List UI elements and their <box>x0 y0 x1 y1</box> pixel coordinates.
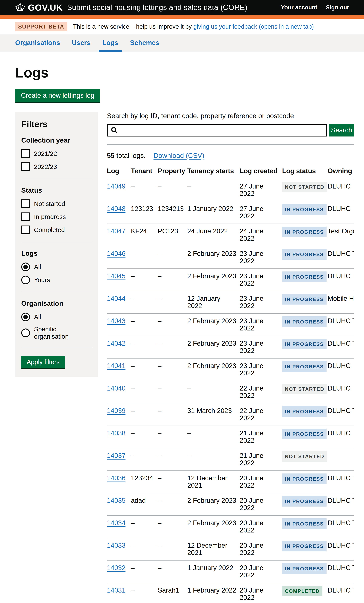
cell-log: 14032 <box>107 560 131 583</box>
cell-tenancy_starts: 12 December 2021 <box>187 471 240 493</box>
filter-groups: Collection year2021/222022/23StatusNot s… <box>21 136 93 348</box>
cell-owning-organisation: Mobile Housing <box>328 291 354 313</box>
apply-filters-button[interactable]: Apply filters <box>21 356 65 368</box>
total-logs-label: total logs. <box>115 152 146 159</box>
cell-log_created: 20 June 2022 <box>240 583 282 603</box>
log-link-14032[interactable]: 14032 <box>107 564 125 571</box>
create-lettings-log-button[interactable]: Create a new lettings log <box>15 89 100 102</box>
log-link-14039[interactable]: 14039 <box>107 407 125 414</box>
cell-property: Sarah1 <box>158 583 187 603</box>
search-input[interactable] <box>107 124 327 137</box>
filter-group-collection-year: Collection year2021/222022/23 <box>21 136 93 171</box>
cell-owning-organisation: DLUHC Test <box>328 515 354 538</box>
cell-status: IN PROGRESS <box>282 246 328 269</box>
log-link-14034[interactable]: 14034 <box>107 519 125 527</box>
checkbox-2021-22[interactable] <box>21 149 30 158</box>
cell-log_created: 23 June 2022 <box>240 291 282 313</box>
cell-property: – <box>158 448 187 471</box>
filter-divider <box>21 242 93 242</box>
log-link-14031[interactable]: 14031 <box>107 586 125 594</box>
filter-group-logs: LogsAllYours <box>21 249 93 284</box>
logs-table-container: LogTenantPropertyTenancy startsLog creat… <box>107 165 354 603</box>
cell-log_created: 20 June 2022 <box>240 515 282 538</box>
cell-log: 14037 <box>107 448 131 471</box>
download-csv-link[interactable]: Download (CSV) <box>153 152 204 160</box>
phase-banner-message: This is a new service – help us improve … <box>73 23 193 30</box>
tab-label-users[interactable]: Users <box>72 39 90 46</box>
cell-log_created: 20 June 2022 <box>240 471 282 493</box>
log-link-14037[interactable]: 14037 <box>107 452 125 459</box>
log-link-14038[interactable]: 14038 <box>107 429 125 437</box>
cell-log_created: 23 June 2022 <box>240 358 282 381</box>
tab-label-organisations[interactable]: Organisations <box>15 39 60 46</box>
log-link-14047[interactable]: 14047 <box>107 227 125 235</box>
column-header-log-status: Log status <box>282 165 328 179</box>
log-link-14035[interactable]: 14035 <box>107 497 125 504</box>
checkbox-completed[interactable] <box>21 226 30 234</box>
cell-owning-organisation: DLUHC Test <box>328 583 354 603</box>
your-account-link[interactable]: Your account <box>281 4 317 11</box>
cell-log_created: 27 June 2022 <box>240 201 282 224</box>
log-link-14046[interactable]: 14046 <box>107 250 125 257</box>
cell-property: – <box>158 426 187 448</box>
filters-panel: Filters Collection year2021/222022/23Sta… <box>15 112 98 377</box>
search-box <box>107 124 327 137</box>
log-link-14033[interactable]: 14033 <box>107 542 125 549</box>
status-badge: IN PROGRESS <box>282 406 327 417</box>
cell-log: 14039 <box>107 403 131 426</box>
column-header-property: Property <box>158 165 187 179</box>
cell-tenant: – <box>131 560 158 583</box>
log-link-14043[interactable]: 14043 <box>107 317 125 325</box>
log-link-14036[interactable]: 14036 <box>107 474 125 482</box>
checkbox-not-started[interactable] <box>21 199 30 208</box>
checkbox-2022-23[interactable] <box>21 162 30 171</box>
log-link-14049[interactable]: 14049 <box>107 183 125 190</box>
cell-status: IN PROGRESS <box>282 224 328 246</box>
log-link-14048[interactable]: 14048 <box>107 205 125 212</box>
status-badge: IN PROGRESS <box>282 227 327 237</box>
cell-tenancy_starts: 2 February 2023 <box>187 313 240 336</box>
cell-property: PC123 <box>158 224 187 246</box>
cell-status: IN PROGRESS <box>282 493 328 515</box>
log-link-14040[interactable]: 14040 <box>107 384 125 392</box>
cell-owning-organisation: DLUHC Test <box>328 493 354 515</box>
checkbox-in-progress[interactable] <box>21 212 30 221</box>
column-header-log-created: Log created <box>240 165 282 179</box>
table-row: 14033––12 December 202120 June 2022IN PR… <box>107 538 354 560</box>
radio-all[interactable] <box>21 263 30 271</box>
column-header-tenancy-starts: Tenancy starts <box>187 165 240 179</box>
cell-log: 14049 <box>107 179 131 201</box>
govuk-logo-text: GOV.UK <box>28 2 63 12</box>
cell-log: 14038 <box>107 426 131 448</box>
cell-property: – <box>158 313 187 336</box>
cell-log: 14047 <box>107 224 131 246</box>
log-link-14042[interactable]: 14042 <box>107 340 125 347</box>
tab-label-logs[interactable]: Logs <box>102 39 118 46</box>
cell-log_created: 23 June 2022 <box>240 246 282 269</box>
govuk-logo[interactable]: GOV.UK <box>15 2 63 12</box>
cell-property: 1234213 <box>158 201 187 224</box>
option-label: Yours <box>34 276 50 284</box>
radio-yours[interactable] <box>21 276 30 284</box>
cell-tenant: 123234 <box>131 471 158 493</box>
cell-tenant: KF24 <box>131 224 158 246</box>
cell-owning-organisation: DLUHC <box>328 201 354 224</box>
feedback-link[interactable]: giving us your feedback (opens in a new … <box>193 23 314 30</box>
filter-option-collection-year-2022-23: 2022/23 <box>21 162 93 171</box>
service-name[interactable]: Submit social housing lettings and sales… <box>67 3 247 12</box>
log-link-14045[interactable]: 14045 <box>107 272 125 280</box>
status-badge: IN PROGRESS <box>282 361 327 372</box>
search-button[interactable]: Search <box>329 124 354 137</box>
log-link-14044[interactable]: 14044 <box>107 295 125 302</box>
cell-log_created: 24 June 2022 <box>240 224 282 246</box>
log-link-14041[interactable]: 14041 <box>107 362 125 370</box>
cell-owning-organisation: DLUHC Test <box>328 336 354 358</box>
filter-group-label: Collection year <box>21 136 93 144</box>
tab-label-schemes[interactable]: Schemes <box>130 39 159 46</box>
cell-tenant: 123123 <box>131 201 158 224</box>
cell-status: NOT STARTED <box>282 179 328 201</box>
radio-all[interactable] <box>21 313 30 321</box>
option-label: In progress <box>34 213 66 220</box>
radio-specific-organisation[interactable] <box>21 328 30 337</box>
sign-out-link[interactable]: Sign out <box>326 4 349 11</box>
